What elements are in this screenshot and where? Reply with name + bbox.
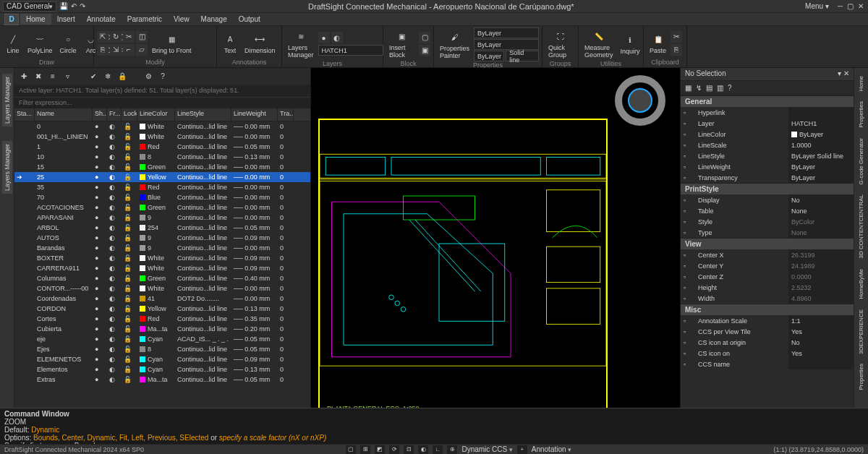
close-button[interactable]: ✕	[858, 2, 864, 10]
layer-column-header[interactable]: Fr...	[107, 108, 122, 121]
layer-row[interactable]: Extras●◐🔓Ma...taContinuo...lid line── 0.…	[14, 374, 310, 385]
block-tool-icon[interactable]: ▢	[419, 32, 430, 43]
property-row[interactable]: ▫StyleByColor	[681, 216, 854, 227]
property-row[interactable]: ▫LayerHATCH1	[681, 118, 854, 129]
side-tab[interactable]: HomeByMe	[857, 267, 865, 301]
layer-row[interactable]: ELEMENETOS●◐🔓CyanContinuo...lid line── 0…	[14, 354, 310, 364]
workspace-dropdown[interactable]: CAD General ▾	[3, 1, 56, 12]
property-row[interactable]: ▫LineStyleByLayer Solid line	[681, 150, 854, 161]
linestyle-dropdown[interactable]: ByLayer	[474, 51, 504, 61]
layer-row[interactable]: AUTOS●◐🔓9Continuo...lid line── 0.09 mm0	[14, 233, 310, 243]
layer-row[interactable]: 0●◐🔓WhiteContinuo...lid line── 0.00 mm0	[14, 121, 310, 132]
ribbon-tab[interactable]: View	[168, 14, 195, 25]
layer-column-header[interactable]: LineColor	[137, 108, 175, 121]
layer-column-header[interactable]: Lock	[122, 108, 137, 121]
ribbon-tab[interactable]: Output	[233, 14, 266, 25]
utility-button[interactable]: ℹInquiry	[618, 31, 643, 56]
layer-row[interactable]: eje●◐🔓CyanACAD_IS... _ . _ .── 0.05 mm0	[14, 334, 310, 344]
maximize-button[interactable]: ▢	[847, 2, 854, 10]
status-toggle-icon[interactable]: ⊡	[404, 445, 414, 454]
layer-freeze-icon[interactable]: ❄	[103, 72, 113, 82]
modify-tool-icon[interactable]: ✂	[123, 31, 135, 43]
polyline-button[interactable]: 〰PolyLine	[25, 30, 56, 56]
layers-manager-tab[interactable]: Layers Manager	[2, 141, 12, 194]
ribbon-tab[interactable]: Manage	[195, 14, 233, 25]
qat-save-icon[interactable]: 💾	[59, 2, 68, 10]
layer-row[interactable]: Ejes●◐🔓8Continuo...lid line── 0.05 mm0	[14, 344, 310, 354]
help-icon[interactable]: ?	[728, 84, 732, 92]
text-button[interactable]: AText	[220, 30, 240, 56]
modify-tool-icon[interactable]: ◫	[136, 31, 148, 43]
layers-manager-tab[interactable]: Layers Manager	[2, 74, 12, 127]
circle-button[interactable]: ○Circle	[57, 30, 80, 56]
minimize-button[interactable]: ─	[838, 2, 843, 10]
ribbon-tab[interactable]: Parametric	[122, 14, 168, 25]
cut-icon[interactable]: ✂	[671, 31, 682, 43]
layer-row[interactable]: 35●◐🔓RedContinuo...lid line── 0.00 mm0	[14, 182, 310, 192]
layer-row[interactable]: CONTOR...-----00●◐🔓WhiteContinuo...lid l…	[14, 283, 310, 294]
drawing-viewport[interactable]: PLANTA GENERAL ESC. 1:250	[311, 68, 680, 431]
layer-column-header[interactable]: LineStyle	[175, 108, 231, 121]
property-row[interactable]: ▫Center Z0.0000	[681, 271, 854, 282]
layer-column-header[interactable]: LineWeight	[231, 108, 278, 121]
layer-table-body[interactable]: 0●◐🔓WhiteContinuo...lid line── 0.00 mm00…	[14, 121, 310, 431]
side-tab[interactable]: 3D CONTENTCENTRAL	[857, 192, 865, 260]
layer-row[interactable]: ACOTACIONES●◐🔓GreenContinuo...lid line──…	[14, 202, 310, 213]
layer-filter-icon[interactable]: ▿	[62, 72, 72, 82]
side-tab[interactable]: Properties	[857, 361, 865, 392]
copy-icon[interactable]: ⎘	[671, 44, 682, 56]
status-plus-icon[interactable]: +	[517, 445, 527, 454]
property-row[interactable]: ▫CS icon at originNo	[681, 337, 854, 348]
property-row[interactable]: ▫LineScale1.0000	[681, 140, 854, 150]
status-toggle-icon[interactable]: ⟳	[389, 445, 399, 454]
side-tab[interactable]: G-code Generator	[857, 136, 865, 187]
layer-state-icon[interactable]: ◐	[331, 32, 343, 43]
layer-column-header[interactable]: Sh...	[93, 108, 107, 121]
annotation-dropdown[interactable]: Annotation ▾	[532, 445, 571, 453]
modify-tool-icon[interactable]: ↻	[110, 31, 122, 43]
menu-dropdown[interactable]: Menu ▾	[796, 2, 838, 10]
status-toggle-icon[interactable]: ∟	[433, 445, 443, 454]
layer-column-header[interactable]: Name	[35, 108, 93, 121]
quick-group-button[interactable]: ⛶Quick Group	[545, 27, 575, 60]
linetype-dropdown[interactable]: Solid line	[506, 51, 539, 61]
layer-dropdown[interactable]: HATCH1	[318, 45, 383, 56]
layer-states-icon[interactable]: ≡	[48, 72, 58, 82]
modify-tool-icon[interactable]: ⎘	[97, 44, 109, 56]
side-tab[interactable]: Properties	[857, 99, 865, 129]
property-row[interactable]: ▫Hyperlink	[681, 107, 854, 118]
app-logo-icon[interactable]: D	[4, 14, 19, 25]
property-row[interactable]: ▫Height2.5232	[681, 282, 854, 293]
layer-toggle-icon[interactable]: ✔	[88, 72, 98, 82]
filter-icon[interactable]: ▤	[706, 84, 712, 92]
ribbon-tab[interactable]: Home	[20, 14, 51, 25]
command-window[interactable]: Command Window ZOOM Default: Dynamic Opt…	[0, 408, 868, 444]
status-toggle-icon[interactable]: ⊕	[447, 445, 457, 454]
property-row[interactable]: ▫Center Y24.1989	[681, 260, 854, 271]
property-row[interactable]: ▫TableNone	[681, 205, 854, 216]
layer-state-icon[interactable]: ●	[318, 32, 330, 43]
block-tool-icon[interactable]: ▣	[419, 45, 430, 56]
layer-row[interactable]: Coordenadas●◐🔓41DOT2 Do........── 0.00 m…	[14, 294, 310, 304]
quick-select-icon[interactable]: ▦	[685, 84, 692, 92]
layer-row[interactable]: 1●◐🔓RedContinuo...lid line── 0.05 mm0	[14, 142, 310, 152]
property-row[interactable]: ▫LineColorByLayer	[681, 129, 854, 140]
layer-row[interactable]: APARASANI●◐🔓9Continuo...lid line── 0.00 …	[14, 213, 310, 223]
modify-tool-icon[interactable]: ▱	[136, 44, 148, 56]
property-row[interactable]: ▫TypeNone	[681, 227, 854, 238]
ccs-dropdown[interactable]: Dynamic CCS ▾	[461, 445, 512, 453]
property-row[interactable]: ▫CCS per View TileYes	[681, 326, 854, 337]
layer-row[interactable]: Barandas●◐🔓9Continuo...lid line── 0.00 m…	[14, 243, 310, 253]
property-row[interactable]: ▫CS icon onYes	[681, 348, 854, 359]
property-row[interactable]: ▫DisplayNo	[681, 194, 854, 205]
line-button[interactable]: ╱Line	[3, 30, 23, 56]
layer-row[interactable]: Elementos●◐🔓CyanContinuo...lid line── 0.…	[14, 364, 310, 374]
layer-column-header[interactable]: Sta...	[14, 108, 35, 121]
layer-row[interactable]: 15●◐🔓GreenContinuo...lid line── 0.00 mm0	[14, 162, 310, 172]
layer-lock-icon[interactable]: 🔒	[117, 72, 127, 82]
paste-button[interactable]: 📋Paste	[647, 30, 669, 56]
property-row[interactable]: ▫CCS name	[681, 359, 854, 369]
properties-close-icon[interactable]: ▾ ✕	[838, 69, 849, 79]
select-similar-icon[interactable]: ↯	[696, 84, 702, 92]
side-tab[interactable]: Home	[857, 74, 865, 93]
